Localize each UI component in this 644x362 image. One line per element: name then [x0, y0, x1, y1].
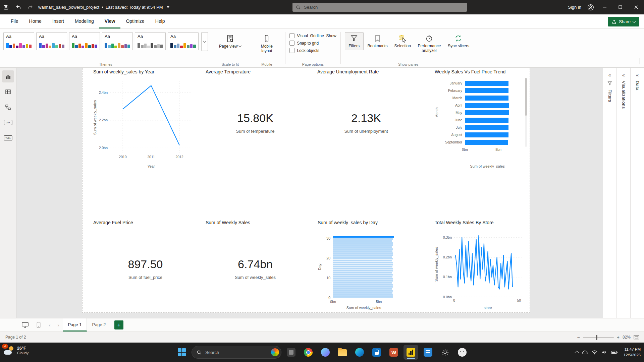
redo-icon[interactable]: [24, 0, 36, 14]
bookmarks-button[interactable]: Bookmarks: [365, 32, 390, 50]
window-app-icon[interactable]: [284, 345, 299, 360]
bar[interactable]: [465, 88, 508, 93]
bar[interactable]: [333, 256, 392, 258]
minimize-button[interactable]: [597, 0, 612, 14]
microsoft-store-icon[interactable]: [369, 345, 384, 360]
start-button[interactable]: [174, 345, 189, 360]
widgets-weather-button[interactable]: 4 26°F Cloudy: [3, 345, 29, 356]
bar[interactable]: [333, 238, 393, 240]
page-view-button[interactable]: Page view: [216, 32, 244, 51]
menu-help[interactable]: Help: [150, 14, 170, 28]
battery-icon[interactable]: [611, 350, 618, 354]
bar[interactable]: [333, 248, 393, 250]
bar[interactable]: [333, 282, 392, 284]
save-icon[interactable]: [0, 0, 12, 14]
visualizations-pane-collapsed[interactable]: « Visualizations: [616, 68, 630, 318]
theme-thumbnail-2[interactable]: Aa: [36, 32, 67, 50]
theme-thumbnail-6[interactable]: Aa: [168, 32, 199, 50]
menu-modeling[interactable]: Modeling: [69, 14, 99, 28]
fit-to-page-icon[interactable]: [634, 335, 639, 340]
expand-visualizations-pane-icon[interactable]: «: [622, 72, 625, 77]
bar[interactable]: [333, 262, 393, 263]
bar[interactable]: [465, 118, 508, 123]
performance-analyzer-button[interactable]: Performance analyzer: [415, 32, 444, 55]
report-view-button[interactable]: [2, 70, 14, 82]
zoom-in-icon[interactable]: +: [617, 335, 620, 340]
visual-sales-by-day[interactable]: Sum of weekly_sales by Day 30201000bn5bn…: [317, 219, 416, 310]
mobile-view-icon[interactable]: [32, 318, 45, 331]
bar[interactable]: [333, 242, 393, 244]
bar[interactable]: [333, 286, 393, 288]
assistant-icon[interactable]: [455, 345, 470, 360]
checkbox-snap-to-grid[interactable]: Snap to grid: [289, 41, 319, 46]
visual-average-temperature[interactable]: Average Temperature 15.80KSum of tempera…: [205, 68, 306, 169]
copilot-icon[interactable]: [318, 345, 333, 360]
menu-view[interactable]: View: [99, 14, 121, 28]
menu-insert[interactable]: Insert: [47, 14, 69, 28]
tab-page-2[interactable]: Page 2: [87, 318, 111, 331]
bar[interactable]: [333, 240, 392, 242]
model-view-button[interactable]: [2, 101, 14, 113]
bar[interactable]: [333, 280, 393, 282]
visual-sum-weekly-sales[interactable]: Sum of Weekly Sales 6.74bnSum of weekly_…: [205, 219, 306, 310]
bar[interactable]: [465, 96, 508, 101]
file-explorer-icon[interactable]: [335, 345, 350, 360]
collapse-ribbon-icon[interactable]: [640, 59, 640, 65]
bar[interactable]: [333, 246, 392, 248]
search-highlight-icon[interactable]: [271, 348, 279, 356]
edge-icon[interactable]: [352, 345, 367, 360]
mobile-layout-button[interactable]: Mobile layout: [252, 32, 281, 55]
bar[interactable]: [333, 252, 393, 254]
bar[interactable]: [333, 292, 392, 294]
dax-query-view-button[interactable]: DAX: [2, 117, 14, 129]
tab-page-1[interactable]: Page 1: [63, 318, 87, 331]
taskbar-search-box[interactable]: [192, 346, 281, 359]
expand-data-pane-icon[interactable]: «: [636, 72, 639, 77]
checkbox-visual-gridline-show[interactable]: Visual_Gridline_Show: [289, 33, 336, 38]
menu-home[interactable]: Home: [24, 14, 47, 28]
bar[interactable]: [333, 236, 394, 238]
global-search-box[interactable]: [292, 3, 467, 12]
account-avatar-icon[interactable]: [585, 0, 597, 14]
sign-in-link[interactable]: Sign in: [568, 5, 581, 10]
data-pane-collapsed[interactable]: « Data: [630, 68, 644, 318]
taskbar-search-input[interactable]: [205, 350, 268, 355]
bar[interactable]: [333, 268, 393, 269]
menu-file[interactable]: File: [5, 14, 24, 28]
sync-slicers-button[interactable]: Sync slicers: [445, 32, 472, 50]
themes-expand-button[interactable]: [201, 32, 208, 51]
bar[interactable]: [333, 266, 392, 267]
bar[interactable]: [333, 294, 393, 296]
bar[interactable]: [465, 110, 509, 115]
notes-icon[interactable]: [421, 345, 435, 360]
theme-thumbnail-1[interactable]: Aa: [3, 32, 34, 50]
add-page-button[interactable]: +: [114, 320, 123, 329]
taskbar-clock[interactable]: 11:47 PM 12/5/2025: [624, 347, 641, 358]
bar[interactable]: [333, 276, 392, 278]
theme-thumbnail-4[interactable]: Aa: [102, 32, 133, 50]
maximize-button[interactable]: [612, 0, 628, 14]
visual-average-unemployment[interactable]: Average Unemployment Rate 2.13KSum of un…: [317, 68, 416, 169]
bar[interactable]: [333, 250, 392, 252]
theme-thumbnail-5[interactable]: Aa: [135, 32, 166, 50]
filters-pane-collapsed[interactable]: « Filters: [603, 68, 616, 318]
theme-thumbnail-3[interactable]: Aa: [69, 32, 100, 50]
visual-sales-by-store[interactable]: Total Weekly Sales By Store 0.0bn0.1bn0.…: [434, 219, 526, 310]
bar[interactable]: [465, 140, 508, 145]
bar[interactable]: [333, 290, 393, 292]
bar[interactable]: [333, 254, 393, 256]
onedrive-cloud-icon[interactable]: [582, 350, 588, 355]
next-page-icon[interactable]: ›: [54, 318, 63, 331]
word-icon[interactable]: W: [386, 345, 401, 360]
menu-optimize[interactable]: Optimize: [120, 14, 150, 28]
bar[interactable]: [333, 258, 393, 259]
wifi-icon[interactable]: [592, 350, 598, 355]
bar[interactable]: [333, 288, 392, 290]
visual-sales-by-year[interactable]: Sum of weekly_sales by Year 2.0bn2.2bn2.…: [93, 68, 198, 169]
volume-icon[interactable]: [601, 350, 607, 355]
expand-filters-pane-icon[interactable]: «: [608, 72, 611, 77]
selection-button[interactable]: Selection: [392, 32, 414, 50]
hidden-icons-chevron[interactable]: [575, 350, 578, 354]
title-dropdown-icon[interactable]: [167, 6, 169, 8]
visual-sales-vs-fuel-trend[interactable]: Weekly Sales Vs Fuel Price Trend January…: [434, 68, 527, 169]
